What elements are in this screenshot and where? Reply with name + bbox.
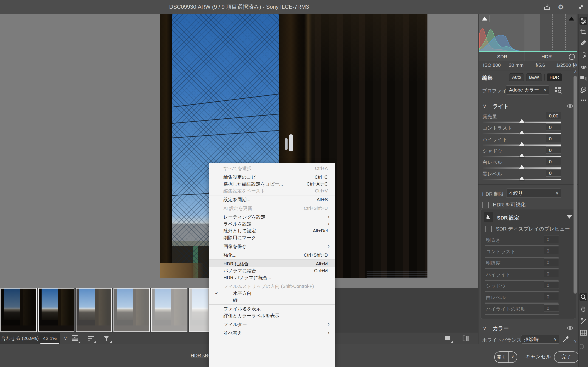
presets-icon[interactable] <box>579 75 587 83</box>
auto-button[interactable]: Auto <box>509 73 524 81</box>
filmstrip-toggle-icon[interactable] <box>71 335 79 342</box>
filter-funnel-icon[interactable] <box>103 335 110 342</box>
zoom-level-button[interactable]: 42.1% <box>40 333 60 344</box>
exposure-slider[interactable] <box>483 122 561 123</box>
masking-tool-icon[interactable] <box>579 51 587 59</box>
menu-item-merge-to-panorama[interactable]: パノラマに結合...Ctrl+M <box>209 267 335 274</box>
collapse-chevron-icon[interactable]: ∨ <box>483 325 487 331</box>
slider-value[interactable]: 0 <box>546 169 561 177</box>
panel-scrollbar[interactable] <box>573 76 577 294</box>
zoom-dropdown-chevron-icon[interactable]: ∨ <box>61 333 69 344</box>
slider-thumb[interactable] <box>519 165 525 169</box>
info-icon[interactable]: i <box>569 54 575 60</box>
eye-visibility-icon[interactable] <box>567 104 573 108</box>
contrast-slider[interactable] <box>483 133 561 134</box>
menu-item-copy-selected-edit-settings[interactable]: 選択した編集設定をコピー...Ctrl+Alt+C <box>209 181 335 187</box>
histogram[interactable] <box>479 14 577 52</box>
blacks-slider[interactable] <box>483 179 561 180</box>
white-balance-eyedropper-icon[interactable] <box>562 335 569 343</box>
slider-value[interactable]: 0 <box>546 158 561 165</box>
panel-divider <box>478 70 579 70</box>
open-dropdown-chevron-icon[interactable]: ∨ <box>509 352 517 362</box>
save-image-icon[interactable] <box>543 3 551 11</box>
sdr-hdr-divider[interactable] <box>525 14 525 61</box>
open-button-label[interactable]: 開く <box>495 352 509 362</box>
thumb-exposure-overlay <box>39 289 74 332</box>
slider-value[interactable]: 0 <box>546 146 561 154</box>
filmstrip-thumbnail[interactable] <box>76 288 112 332</box>
whites-slider[interactable] <box>483 167 561 169</box>
snapshots-icon[interactable] <box>579 86 587 94</box>
menu-item-copy-edit-settings[interactable]: 編集設定のコピーCtrl+C <box>209 174 335 181</box>
menu-item-show-filename[interactable]: ファイル名を表示 <box>209 305 335 312</box>
histogram-labels: SDR HDR i <box>479 52 577 61</box>
eye-visibility-icon[interactable] <box>567 326 573 330</box>
sdr-preview-checkbox-row[interactable]: SDR ディスプレイのプレビュー <box>485 225 570 232</box>
profile-browser-icon[interactable] <box>554 86 562 94</box>
shadows-slider[interactable] <box>483 156 561 157</box>
filmstrip-thumbnail[interactable] <box>38 288 74 332</box>
slider-value[interactable]: 0 <box>546 123 561 131</box>
color-sampler-icon[interactable] <box>579 317 587 325</box>
slider-thumb[interactable] <box>519 130 525 134</box>
sort-order-icon[interactable] <box>87 335 95 342</box>
menu-item-horizontal[interactable]: ✓ 水平方向 <box>209 290 335 297</box>
menu-item-show-ratings-labels[interactable]: 評価とカラーラベルを表示 <box>209 312 335 319</box>
filmstrip-thumbnail[interactable] <box>151 288 187 332</box>
collapse-triangle-icon[interactable] <box>567 215 572 219</box>
zoom-tool-icon[interactable] <box>579 293 587 301</box>
menu-item-filter[interactable]: フィルター› <box>209 321 335 328</box>
grid-overlay-icon[interactable] <box>579 329 587 337</box>
slider-value[interactable]: 0.00 <box>546 112 561 119</box>
zoom-fit-button[interactable]: 合わせる (26.9%) <box>0 333 40 344</box>
fullscreen-toggle-icon[interactable] <box>577 3 585 11</box>
done-button[interactable]: 完了 <box>554 351 579 363</box>
hdr-button[interactable]: HDR <box>547 73 562 81</box>
menu-item-set-label[interactable]: ラベルを設定› <box>209 220 335 227</box>
checkbox[interactable] <box>485 226 492 232</box>
hdr-visualize-checkbox-row[interactable]: HDR を可視化 <box>482 201 526 208</box>
more-tools-icon[interactable] <box>579 96 587 104</box>
scroll-up-icon[interactable]: ∧ <box>573 69 578 74</box>
hdr-limit-select[interactable]: 4 絞り ∨ <box>506 189 561 198</box>
panel-divider <box>478 321 579 321</box>
slider-thumb[interactable] <box>519 142 525 146</box>
cancel-button[interactable]: キャンセル <box>525 351 551 362</box>
menu-item-set-rating[interactable]: レーティングを設定› <box>209 214 335 220</box>
checkbox[interactable] <box>482 202 489 208</box>
white-balance-select[interactable]: 撮影時 ∨ <box>521 335 559 344</box>
profile-select[interactable]: Adobe カラー ∨ <box>506 85 549 94</box>
scroll-down-icon[interactable]: ∨ <box>573 338 578 344</box>
slider-label: ハイライトの彩度 <box>486 306 525 312</box>
edit-tool-icon[interactable] <box>579 17 587 25</box>
slider-thumb[interactable] <box>519 176 525 180</box>
collapse-chevron-icon[interactable]: ∨ <box>483 103 487 109</box>
filmstrip-thumbnail[interactable] <box>0 288 37 332</box>
menu-item-sort[interactable]: 並べ替え› <box>209 330 335 336</box>
settings-gear-icon[interactable]: ⚙ <box>557 3 565 11</box>
highlight-clipping-toggle[interactable] <box>567 15 576 22</box>
bw-button[interactable]: B&W <box>526 73 542 81</box>
partial-tool-icon[interactable] <box>579 343 587 350</box>
single-view-icon[interactable] <box>444 335 451 342</box>
menu-item-merge-to-hdr-panorama[interactable]: HDR パノラマに統合... <box>209 274 335 281</box>
menu-item-sync-settings[interactable]: 設定を同期...Alt+S <box>209 196 335 203</box>
shadow-clipping-toggle[interactable] <box>480 15 489 22</box>
healing-tool-icon[interactable] <box>579 39 587 47</box>
crop-tool-icon[interactable] <box>579 28 587 36</box>
open-split-button[interactable]: 開く ∨ <box>494 351 517 363</box>
before-after-view-icon[interactable] <box>462 335 470 342</box>
filmstrip-thumbnail[interactable] <box>113 288 150 332</box>
slider-thumb[interactable] <box>519 153 525 157</box>
menu-item-set-rejected[interactable]: 除外として設定Alt+Del <box>209 227 335 234</box>
menu-item-enhance[interactable]: 強化...Ctrl+Shft+D <box>209 252 335 259</box>
menu-item-merge-to-hdr[interactable]: HDR に結合...Alt+M <box>209 260 335 267</box>
highlights-slider[interactable] <box>483 144 561 146</box>
hand-tool-icon[interactable] <box>579 305 587 312</box>
slider-value[interactable]: 0 <box>546 135 561 142</box>
menu-item-save-image[interactable]: 画像を保存› <box>209 243 335 250</box>
red-eye-tool-icon[interactable] <box>579 63 587 71</box>
menu-item-mark-for-delete[interactable]: 削除用にマーク <box>209 234 335 241</box>
menu-item-vertical[interactable]: 縦 <box>209 297 335 303</box>
slider-thumb[interactable] <box>519 119 525 123</box>
